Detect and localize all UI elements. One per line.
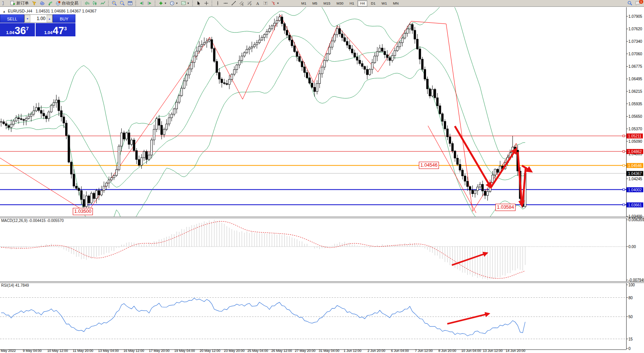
auto-scroll-icon[interactable] bbox=[138, 0, 146, 6]
fragment-icon[interactable] bbox=[1, 0, 9, 6]
price-callout-1.03584[interactable]: 1.03584 bbox=[495, 204, 516, 211]
main-pane bbox=[0, 7, 626, 242]
rsi-axis-label: 0 bbox=[628, 347, 631, 351]
timeframe-w1[interactable]: W1 bbox=[379, 0, 390, 6]
period-clock-caret-icon[interactable]: ▼ bbox=[175, 2, 178, 5]
rsi-annotation-arrow bbox=[447, 314, 489, 324]
price-axis-label: 1.07905 bbox=[628, 14, 642, 19]
time-axis-label: 14 Jun 20:00 bbox=[506, 349, 525, 353]
volume-up-button[interactable]: ▲ bbox=[47, 15, 52, 22]
price-badge-1.03661: 1.03661 bbox=[627, 202, 643, 207]
price-axis-label: 1.07060 bbox=[628, 52, 642, 56]
bar-chart-icon[interactable] bbox=[83, 0, 91, 6]
pane-splitter-rsi[interactable] bbox=[0, 281, 644, 283]
price-callout-1.04546[interactable]: 1.04546 bbox=[419, 162, 439, 169]
price-axis-label: 1.06215 bbox=[628, 89, 642, 94]
macd-annotation-arrow bbox=[452, 253, 487, 265]
timeframe-m1[interactable]: M1 bbox=[299, 0, 309, 6]
add-indicator-caret-icon[interactable]: ▼ bbox=[164, 2, 167, 5]
symbol-ohlc-line: ▲ EURUSD-,H4 1.04531 1.04686 1.04367 1.0… bbox=[3, 9, 97, 13]
period-clock-icon[interactable]: ▼ bbox=[168, 0, 180, 6]
chart-window: ▲ EURUSD-,H4 1.04531 1.04686 1.04367 1.0… bbox=[0, 7, 644, 353]
sell-button[interactable]: SELL bbox=[0, 14, 24, 23]
toolbar-grip bbox=[212, 1, 213, 6]
time-axis-label: 26 May 12:00 bbox=[271, 349, 292, 353]
volume-input[interactable] bbox=[30, 15, 47, 22]
signal-icon[interactable] bbox=[46, 0, 54, 6]
buy-button[interactable]: BUY bbox=[53, 14, 75, 23]
price-chart[interactable] bbox=[0, 7, 644, 353]
zoom-in-icon[interactable] bbox=[110, 0, 118, 6]
time-axis-label: 17 May 20:00 bbox=[149, 349, 170, 353]
auto-trading-icon[interactable]: 自动交易 bbox=[54, 0, 80, 6]
timeframe-d1[interactable]: D1 bbox=[368, 0, 378, 6]
svg-text:T: T bbox=[265, 2, 266, 5]
timeframe-mn[interactable]: MN bbox=[390, 0, 401, 6]
crosshair-icon[interactable] bbox=[202, 0, 210, 6]
time-axis-label: 6 Jun 04:00 bbox=[391, 349, 409, 353]
text-label-icon[interactable]: T bbox=[262, 0, 270, 6]
svg-text:F: F bbox=[250, 3, 252, 6]
toolbar-grip bbox=[155, 1, 156, 6]
time-axis-label: May 2022 bbox=[1, 349, 16, 353]
price-axis-label: 1.06775 bbox=[628, 64, 642, 69]
time-axis-label: 10 Jun 04:00 bbox=[461, 349, 481, 353]
annotation-arrow-5 bbox=[522, 166, 531, 172]
new-order-icon[interactable]: 新订单 bbox=[9, 0, 30, 6]
timeframe-m5[interactable]: M5 bbox=[310, 0, 320, 6]
template-caret-icon[interactable]: ▼ bbox=[187, 2, 190, 5]
timeframe-h1[interactable]: H1 bbox=[347, 0, 357, 6]
add-indicator-icon[interactable]: ▼ bbox=[157, 0, 168, 6]
template-icon[interactable]: ▼ bbox=[180, 0, 191, 6]
volume-stepper: ▼ ▲ bbox=[24, 14, 53, 23]
candle-chart-icon[interactable] bbox=[91, 0, 99, 6]
rsi-axis-label: 100 bbox=[628, 283, 635, 287]
main-toolbar: 新订单自动交易▼▼▼EFAT▼ M1M5M15M30H1H4D1W1MN 1 bbox=[0, 0, 644, 7]
buy-price[interactable]: 1.04 47 3 bbox=[36, 23, 75, 36]
search-icon[interactable] bbox=[626, 0, 634, 6]
cloud-icon[interactable] bbox=[38, 0, 46, 6]
price-badge-1.04002: 1.04002 bbox=[627, 187, 643, 192]
timeframe-h4[interactable]: H4 bbox=[357, 0, 367, 6]
price-callout-1.03500[interactable]: 1.03500 bbox=[73, 208, 93, 215]
equidistant-channel-icon[interactable]: E bbox=[238, 0, 246, 6]
chat-icon[interactable]: 1 bbox=[634, 0, 642, 6]
svg-text:A: A bbox=[256, 1, 259, 6]
text-icon[interactable]: A bbox=[254, 0, 262, 6]
time-axis-label: 27 May 20:00 bbox=[295, 349, 316, 353]
buy-price-big: 47 bbox=[53, 26, 64, 36]
funnel-icon[interactable] bbox=[30, 0, 38, 6]
price-axis-label: 1.05935 bbox=[628, 102, 642, 106]
vertical-line-icon[interactable] bbox=[214, 0, 222, 6]
volume-down-button[interactable]: ▼ bbox=[25, 15, 30, 22]
price-axis-label: 1.07620 bbox=[628, 27, 642, 31]
symbol-name: EURUSD-,H4 bbox=[8, 9, 32, 13]
macd-axis-label: -0.007949 bbox=[628, 278, 644, 282]
sell-price[interactable]: 1.04 36 7 bbox=[0, 23, 35, 36]
fibonacci-icon[interactable]: F bbox=[246, 0, 254, 6]
line-chart-icon[interactable] bbox=[99, 0, 107, 6]
cursor-icon[interactable] bbox=[194, 0, 202, 6]
price-axis-label: 1.04245 bbox=[628, 177, 642, 181]
trend-line-icon[interactable] bbox=[230, 0, 238, 6]
rsi-pane bbox=[0, 298, 626, 339]
toolbar-separator bbox=[81, 1, 82, 6]
arrows-shapes-caret-icon[interactable]: ▼ bbox=[277, 2, 279, 5]
buy-price-sup: 3 bbox=[64, 23, 67, 34]
time-axis-label: 19 May 04:00 bbox=[174, 349, 195, 353]
zoom-out-icon[interactable] bbox=[118, 0, 126, 6]
chart-shift-icon[interactable] bbox=[146, 0, 154, 6]
chat-badge: 1 bbox=[639, 0, 643, 4]
bollinger-middle bbox=[6, 36, 525, 187]
time-axis-label: 23 May 20:00 bbox=[224, 349, 245, 353]
timeframe-m30[interactable]: M30 bbox=[334, 0, 346, 6]
tile-windows-icon[interactable] bbox=[126, 0, 134, 6]
pane-splitter-macd[interactable] bbox=[0, 217, 644, 218]
arrows-shapes-icon[interactable]: ▼ bbox=[270, 0, 281, 6]
toolbar-grip bbox=[108, 1, 109, 6]
timeframe-m15[interactable]: M15 bbox=[321, 0, 333, 6]
level-anchor bbox=[623, 189, 625, 191]
price-badge-1.05211: 1.05211 bbox=[627, 133, 643, 138]
buy-price-small: 1.04 bbox=[44, 30, 52, 36]
horizontal-line-icon[interactable] bbox=[222, 0, 230, 6]
